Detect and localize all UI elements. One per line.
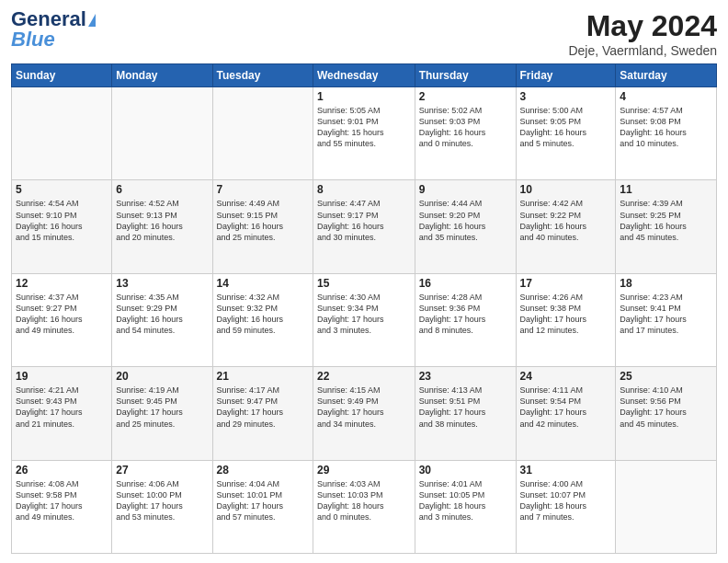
day-number: 5 [16, 183, 108, 196]
day-content: Sunrise: 4:13 AMSunset: 9:51 PMDaylight:… [419, 385, 512, 430]
day-number: 6 [116, 183, 208, 196]
day-content: Sunrise: 4:01 AMSunset: 10:05 PMDaylight… [419, 478, 512, 523]
calendar-cell: 23Sunrise: 4:13 AMSunset: 9:51 PMDayligh… [415, 367, 516, 460]
day-number: 13 [116, 277, 208, 290]
day-content: Sunrise: 4:11 AMSunset: 9:54 PMDaylight:… [520, 385, 612, 430]
day-content: Sunrise: 4:03 AMSunset: 10:03 PMDaylight… [317, 478, 411, 523]
title-area: May 2024 Deje, Vaermland, Sweden [568, 9, 717, 58]
week-row-5: 26Sunrise: 4:08 AMSunset: 9:58 PMDayligh… [12, 460, 717, 553]
col-header-tuesday: Tuesday [212, 64, 313, 87]
week-row-2: 5Sunrise: 4:54 AMSunset: 9:10 PMDaylight… [12, 180, 717, 273]
day-content: Sunrise: 4:30 AMSunset: 9:34 PMDaylight:… [317, 292, 411, 337]
calendar-cell: 31Sunrise: 4:00 AMSunset: 10:07 PMDaylig… [516, 460, 616, 553]
day-number: 29 [317, 464, 411, 477]
calendar-cell: 21Sunrise: 4:17 AMSunset: 9:47 PMDayligh… [212, 367, 313, 460]
day-content: Sunrise: 4:15 AMSunset: 9:49 PMDaylight:… [317, 385, 411, 430]
day-content: Sunrise: 5:05 AMSunset: 9:01 PMDaylight:… [317, 105, 411, 150]
calendar-cell: 27Sunrise: 4:06 AMSunset: 10:00 PMDaylig… [112, 460, 212, 553]
logo-area: General Blue [11, 9, 96, 52]
day-number: 15 [317, 277, 411, 290]
calendar-cell: 2Sunrise: 5:02 AMSunset: 9:03 PMDaylight… [415, 87, 516, 180]
calendar-cell: 12Sunrise: 4:37 AMSunset: 9:27 PMDayligh… [12, 273, 112, 366]
calendar-cell: 3Sunrise: 5:00 AMSunset: 9:05 PMDaylight… [516, 87, 616, 180]
day-content: Sunrise: 4:04 AMSunset: 10:01 PMDaylight… [217, 478, 309, 523]
subtitle: Deje, Vaermland, Sweden [568, 43, 717, 58]
calendar-cell: 25Sunrise: 4:10 AMSunset: 9:56 PMDayligh… [616, 367, 717, 460]
day-number: 25 [620, 370, 712, 383]
day-number: 12 [16, 277, 108, 290]
day-number: 1 [317, 90, 411, 103]
calendar-cell [12, 87, 112, 180]
day-number: 16 [419, 277, 512, 290]
col-header-saturday: Saturday [616, 64, 717, 87]
day-number: 31 [520, 464, 612, 477]
calendar-cell: 18Sunrise: 4:23 AMSunset: 9:41 PMDayligh… [616, 273, 717, 366]
calendar-cell: 4Sunrise: 4:57 AMSunset: 9:08 PMDaylight… [616, 87, 717, 180]
day-number: 8 [317, 183, 411, 196]
logo-blue: Blue [11, 28, 55, 52]
week-row-1: 1Sunrise: 5:05 AMSunset: 9:01 PMDaylight… [12, 87, 717, 180]
day-content: Sunrise: 4:44 AMSunset: 9:20 PMDaylight:… [419, 198, 512, 243]
day-number: 11 [620, 183, 712, 196]
calendar-cell: 9Sunrise: 4:44 AMSunset: 9:20 PMDaylight… [415, 180, 516, 273]
day-number: 22 [317, 370, 411, 383]
day-number: 3 [520, 90, 612, 103]
calendar-cell: 24Sunrise: 4:11 AMSunset: 9:54 PMDayligh… [516, 367, 616, 460]
week-row-3: 12Sunrise: 4:37 AMSunset: 9:27 PMDayligh… [12, 273, 717, 366]
day-number: 7 [217, 183, 309, 196]
col-header-thursday: Thursday [415, 64, 516, 87]
calendar-cell: 28Sunrise: 4:04 AMSunset: 10:01 PMDaylig… [212, 460, 313, 553]
main-title: May 2024 [568, 9, 717, 43]
calendar-cell: 16Sunrise: 4:28 AMSunset: 9:36 PMDayligh… [415, 273, 516, 366]
day-content: Sunrise: 4:21 AMSunset: 9:43 PMDaylight:… [16, 385, 108, 430]
day-content: Sunrise: 4:06 AMSunset: 10:00 PMDaylight… [116, 478, 208, 523]
calendar-cell: 30Sunrise: 4:01 AMSunset: 10:05 PMDaylig… [415, 460, 516, 553]
day-content: Sunrise: 4:42 AMSunset: 9:22 PMDaylight:… [520, 198, 612, 243]
day-content: Sunrise: 5:00 AMSunset: 9:05 PMDaylight:… [520, 105, 612, 150]
calendar-cell: 15Sunrise: 4:30 AMSunset: 9:34 PMDayligh… [313, 273, 415, 366]
day-content: Sunrise: 4:32 AMSunset: 9:32 PMDaylight:… [217, 292, 309, 337]
day-number: 23 [419, 370, 512, 383]
day-number: 17 [520, 277, 612, 290]
day-content: Sunrise: 4:52 AMSunset: 9:13 PMDaylight:… [116, 198, 208, 243]
day-content: Sunrise: 4:26 AMSunset: 9:38 PMDaylight:… [520, 292, 612, 337]
calendar-cell [112, 87, 212, 180]
day-number: 10 [520, 183, 612, 196]
col-header-sunday: Sunday [12, 64, 112, 87]
day-number: 19 [16, 370, 108, 383]
col-header-wednesday: Wednesday [313, 64, 415, 87]
day-number: 24 [520, 370, 612, 383]
day-number: 14 [217, 277, 309, 290]
day-content: Sunrise: 4:23 AMSunset: 9:41 PMDaylight:… [620, 292, 712, 337]
day-content: Sunrise: 4:35 AMSunset: 9:29 PMDaylight:… [116, 292, 208, 337]
page: General Blue May 2024 Deje, Vaermland, S… [0, 0, 728, 563]
col-header-friday: Friday [516, 64, 616, 87]
day-content: Sunrise: 4:49 AMSunset: 9:15 PMDaylight:… [217, 198, 309, 243]
calendar-cell: 26Sunrise: 4:08 AMSunset: 9:58 PMDayligh… [12, 460, 112, 553]
day-content: Sunrise: 4:10 AMSunset: 9:56 PMDaylight:… [620, 385, 712, 430]
day-content: Sunrise: 4:47 AMSunset: 9:17 PMDaylight:… [317, 198, 411, 243]
day-content: Sunrise: 4:19 AMSunset: 9:45 PMDaylight:… [116, 385, 208, 430]
day-content: Sunrise: 4:39 AMSunset: 9:25 PMDaylight:… [620, 198, 712, 243]
week-row-4: 19Sunrise: 4:21 AMSunset: 9:43 PMDayligh… [12, 367, 717, 460]
calendar-cell: 19Sunrise: 4:21 AMSunset: 9:43 PMDayligh… [12, 367, 112, 460]
calendar-cell: 7Sunrise: 4:49 AMSunset: 9:15 PMDaylight… [212, 180, 313, 273]
calendar-cell: 20Sunrise: 4:19 AMSunset: 9:45 PMDayligh… [112, 367, 212, 460]
day-content: Sunrise: 4:28 AMSunset: 9:36 PMDaylight:… [419, 292, 512, 337]
calendar-cell: 6Sunrise: 4:52 AMSunset: 9:13 PMDaylight… [112, 180, 212, 273]
day-number: 2 [419, 90, 512, 103]
day-content: Sunrise: 4:17 AMSunset: 9:47 PMDaylight:… [217, 385, 309, 430]
calendar-cell: 1Sunrise: 5:05 AMSunset: 9:01 PMDaylight… [313, 87, 415, 180]
day-content: Sunrise: 4:54 AMSunset: 9:10 PMDaylight:… [16, 198, 108, 243]
day-number: 21 [217, 370, 309, 383]
calendar-header-row: SundayMondayTuesdayWednesdayThursdayFrid… [12, 64, 717, 87]
day-number: 27 [116, 464, 208, 477]
logo-triangle-icon [88, 14, 96, 27]
day-content: Sunrise: 4:57 AMSunset: 9:08 PMDaylight:… [620, 105, 712, 150]
calendar-cell: 29Sunrise: 4:03 AMSunset: 10:03 PMDaylig… [313, 460, 415, 553]
calendar-cell: 22Sunrise: 4:15 AMSunset: 9:49 PMDayligh… [313, 367, 415, 460]
calendar-cell: 13Sunrise: 4:35 AMSunset: 9:29 PMDayligh… [112, 273, 212, 366]
day-content: Sunrise: 4:08 AMSunset: 9:58 PMDaylight:… [16, 478, 108, 523]
calendar-cell: 10Sunrise: 4:42 AMSunset: 9:22 PMDayligh… [516, 180, 616, 273]
calendar-table: SundayMondayTuesdayWednesdayThursdayFrid… [11, 63, 717, 554]
